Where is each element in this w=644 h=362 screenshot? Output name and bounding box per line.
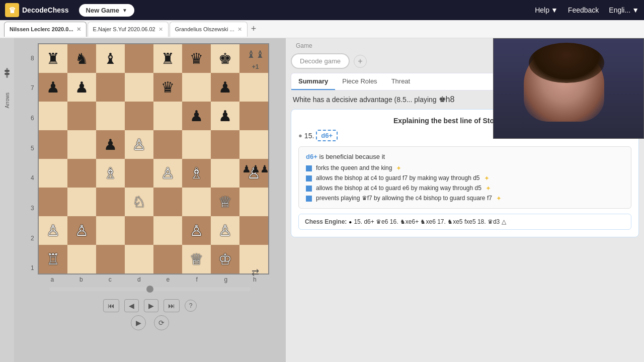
square-b2[interactable]: ♙	[67, 216, 96, 245]
square-d4[interactable]	[125, 159, 153, 188]
decode-game-button[interactable]: Decode game	[291, 53, 350, 69]
square-d2[interactable]	[125, 216, 153, 245]
bullet-icon	[306, 196, 312, 202]
square-d7[interactable]	[125, 73, 153, 102]
square-g2[interactable]: ♙	[211, 216, 239, 245]
square-c8[interactable]: ♝	[96, 44, 125, 73]
square-d5[interactable]: ♙	[125, 130, 153, 159]
square-b5[interactable]	[67, 130, 96, 159]
tab-threat[interactable]: Threat	[384, 73, 418, 90]
square-e3[interactable]	[153, 188, 182, 216]
add-tab-button[interactable]: +	[249, 24, 259, 34]
square-f6[interactable]: ♟	[182, 102, 211, 130]
square-a3[interactable]	[39, 188, 67, 216]
tab-label: Nilssen Leclerc 2020.0...	[10, 26, 73, 32]
square-d3[interactable]: ♘	[125, 188, 153, 216]
square-f7[interactable]	[182, 73, 211, 102]
logo-text: DecodeChess	[22, 6, 69, 14]
black-piece: ♜	[161, 51, 175, 66]
chevron-down-icon: ▼	[551, 6, 558, 14]
chess-board[interactable]: ♜♞♝♜♛♚♟♟♛♟♟♟♟♙♗♙♗♙♘♕♙♙♙♙♖♕♔	[38, 43, 269, 275]
square-a4[interactable]	[39, 159, 67, 188]
explanation-list: forks the queen and the king ✦ allows th…	[306, 164, 624, 202]
square-b1[interactable]	[67, 245, 96, 274]
decode-plus-button[interactable]: +	[354, 55, 367, 68]
square-g3[interactable]: ♕	[211, 188, 239, 216]
square-f1[interactable]: ♕	[182, 245, 211, 274]
help-button[interactable]: ?	[185, 300, 197, 312]
black-piece: ♚	[218, 51, 232, 66]
square-c7[interactable]	[96, 73, 125, 102]
square-a1[interactable]: ♖	[39, 245, 67, 274]
black-piece: ♟	[46, 80, 60, 95]
square-b6[interactable]	[67, 102, 96, 130]
square-d1[interactable]	[125, 245, 153, 274]
new-game-button[interactable]: New Game ▼	[79, 4, 134, 17]
tab-piece-roles[interactable]: Piece Roles	[335, 73, 384, 90]
square-b3[interactable]	[67, 188, 96, 216]
feedback-link[interactable]: Feedback	[568, 6, 599, 14]
flip-board-icon[interactable]: ⇄	[252, 267, 259, 278]
square-g4[interactable]	[211, 159, 239, 188]
square-b4[interactable]	[67, 159, 96, 188]
sidebar-tool-slider[interactable]	[2, 67, 13, 78]
square-d8[interactable]	[125, 44, 153, 73]
square-c4[interactable]: ♗	[96, 159, 125, 188]
main-layout: Arrows 8 7 6 5 4 3 2 1	[0, 38, 644, 362]
square-g7[interactable]: ♟	[211, 73, 239, 102]
black-piece: ♝	[104, 51, 117, 66]
position-scrubber[interactable]	[49, 287, 251, 291]
square-e4[interactable]: ♙	[153, 159, 182, 188]
first-move-button[interactable]: ⏮	[103, 299, 119, 312]
square-c5[interactable]: ♟	[96, 130, 125, 159]
black-piece: ♛	[161, 80, 175, 95]
square-f5[interactable]	[182, 130, 211, 159]
square-e5[interactable]	[153, 130, 182, 159]
square-f2[interactable]: ♙	[182, 216, 211, 245]
square-f3[interactable]	[182, 188, 211, 216]
square-e8[interactable]: ♜	[153, 44, 182, 73]
square-c2[interactable]	[96, 216, 125, 245]
move-label[interactable]: d6+	[316, 130, 338, 141]
square-a7[interactable]: ♟	[39, 73, 67, 102]
tab-summary[interactable]: Summary	[291, 73, 335, 90]
white-piece: ♖	[46, 252, 60, 267]
star-icon: ✦	[486, 185, 491, 192]
square-g5[interactable]	[211, 130, 239, 159]
square-a8[interactable]: ♜	[39, 44, 67, 73]
help-link[interactable]: Help ▼	[535, 6, 558, 14]
tab-close-icon[interactable]: ✕	[76, 26, 81, 33]
square-a5[interactable]	[39, 130, 67, 159]
square-e1[interactable]	[153, 245, 182, 274]
tab-close-icon[interactable]: ✕	[237, 26, 242, 33]
prev-move-button[interactable]: ◀	[124, 299, 139, 312]
last-move-button[interactable]: ⏭	[164, 299, 180, 312]
square-e2[interactable]	[153, 216, 182, 245]
loop-button[interactable]: ⟳	[154, 315, 169, 330]
square-f8[interactable]: ♛	[182, 44, 211, 73]
square-f4[interactable]: ♗	[182, 159, 211, 188]
square-g6[interactable]: ♟	[211, 102, 239, 130]
next-move-button[interactable]: ▶	[144, 299, 158, 312]
square-e7[interactable]: ♛	[153, 73, 182, 102]
engine-line: Chess Engine: ● 15. d6+ ♛e6 16. ♞xe6+ ♞x…	[298, 214, 631, 230]
tab-close-icon[interactable]: ✕	[158, 26, 163, 33]
tab-nilssen[interactable]: Nilssen Leclerc 2020.0... ✕	[4, 22, 87, 37]
square-g8[interactable]: ♚	[211, 44, 239, 73]
square-b8[interactable]: ♞	[67, 44, 96, 73]
board-with-coords: 8 7 6 5 4 3 2 1	[31, 43, 269, 283]
play-pause-button[interactable]: ▶	[131, 315, 146, 330]
new-game-label: New Game	[86, 7, 119, 14]
square-g1[interactable]: ♔	[211, 245, 239, 274]
square-c1[interactable]	[96, 245, 125, 274]
tab-najer[interactable]: E.Najer S.Yuf 2020.06.02 ✕	[88, 22, 169, 37]
tab-grandelius[interactable]: Grandelius Olszewski ... ✕	[170, 22, 248, 37]
square-a2[interactable]: ♙	[39, 216, 67, 245]
square-e6[interactable]	[153, 102, 182, 130]
square-c6[interactable]	[96, 102, 125, 130]
language-selector[interactable]: Engli... ▼	[609, 6, 639, 14]
square-a6[interactable]	[39, 102, 67, 130]
square-c3[interactable]	[96, 188, 125, 216]
square-d6[interactable]	[125, 102, 153, 130]
square-b7[interactable]: ♟	[67, 73, 96, 102]
